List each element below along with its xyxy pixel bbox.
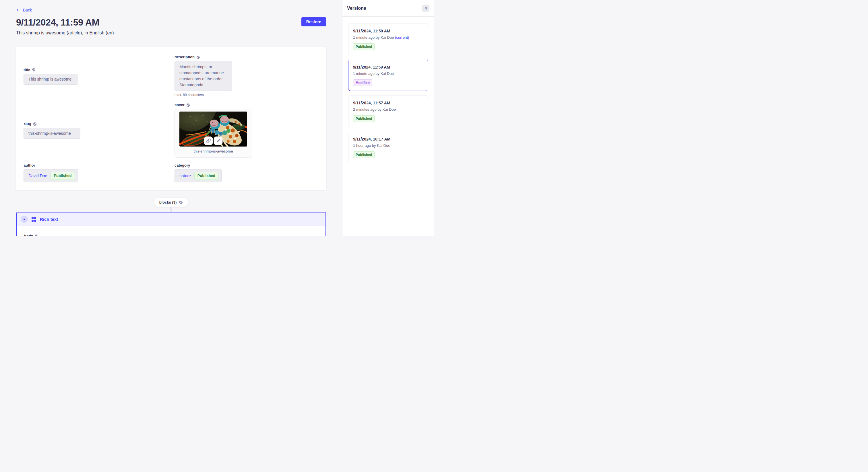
category-link[interactable]: nature (179, 173, 191, 178)
version-status-badge: Published (353, 115, 375, 122)
blocks-pill-label: blocks (3) (159, 200, 177, 204)
versions-sidebar: Versions 4 9/11/2024, 11:59 AM 1 minute … (342, 0, 434, 236)
copy-link-button[interactable] (204, 136, 213, 145)
description-hint: max. 80 characters (175, 93, 319, 97)
version-byline: 1 minute ago by Kai Doe (353, 71, 424, 76)
field-title: title This shrimp is awesome (24, 67, 167, 85)
version-byline: 1 hour ago by Kai Doe (353, 143, 423, 148)
cover-filename: this-shrimp-is-awesome (179, 149, 247, 154)
field-author: author David Doe Published (24, 163, 167, 182)
globe-icon (32, 68, 36, 72)
category-status-badge: Published (194, 172, 218, 180)
author-label: author (24, 163, 35, 168)
field-slug: slug this-shrimp-is-awesome (24, 122, 167, 139)
title-label: title (24, 67, 30, 72)
globe-icon (179, 200, 183, 204)
globe-icon (33, 122, 37, 126)
page-title: 9/11/2024, 11:59 AM (16, 16, 99, 28)
field-cover: cover (175, 102, 319, 158)
slug-input: this-shrimp-is-awesome (24, 128, 81, 139)
author-status-badge: Published (51, 172, 74, 180)
version-status-badge: Modified (353, 79, 372, 86)
cover-image (179, 111, 247, 146)
version-card[interactable]: 9/11/2024, 11:59 AM 1 minute ago by Kai … (348, 24, 428, 55)
history-view-screen: Back 9/11/2024, 11:59 AM Restore This sh… (0, 0, 434, 236)
pencil-icon (216, 138, 220, 143)
block-connector-line (170, 207, 172, 212)
description-label: description (175, 55, 195, 60)
version-card[interactable]: 9/11/2024, 10:17 AM 1 hour ago by Kai Do… (348, 132, 428, 163)
header-row: 9/11/2024, 11:59 AM Restore (16, 16, 326, 28)
main-content: Back 9/11/2024, 11:59 AM Restore This sh… (0, 0, 342, 236)
blocks-field-wrap: blocks (3) (16, 198, 326, 212)
version-card[interactable]: 9/11/2024, 11:59 AM 1 minute ago by Kai … (348, 60, 428, 91)
page-subtitle: This shrimp is awesome (article), in Eng… (16, 30, 326, 36)
version-date: 9/11/2024, 11:57 AM (353, 100, 423, 105)
version-card[interactable]: 9/11/2024, 11:57 AM 2 minutes ago by Kai… (348, 96, 428, 127)
caret-up-icon (23, 218, 26, 220)
author-link[interactable]: David Doe (28, 173, 47, 178)
cover-action-buttons (204, 136, 223, 145)
version-current-label: (current) (395, 35, 409, 40)
description-textarea: Mantis shrimps, or stomatopods, are mari… (175, 61, 232, 91)
arrow-left-icon (16, 8, 21, 12)
version-byline: 2 minutes ago by Kai Doe (353, 107, 423, 112)
body-label: body (24, 233, 33, 236)
rich-text-block-body: body (17, 226, 326, 236)
version-date: 9/11/2024, 10:17 AM (353, 136, 423, 142)
version-status-badge: Published (353, 43, 375, 50)
edit-asset-button[interactable] (214, 136, 223, 145)
cover-label: cover (175, 102, 185, 107)
back-link[interactable]: Back (16, 8, 32, 12)
back-label: Back (23, 8, 32, 12)
version-date: 9/11/2024, 11:59 AM (353, 28, 423, 34)
versions-count-badge: 4 (422, 5, 429, 12)
field-description: description Mantis shrimps, or stomatopo… (175, 55, 319, 97)
rich-text-block-title: Rich text (40, 217, 58, 222)
form-grid: title This shrimp is awesome description… (24, 55, 319, 182)
restore-button[interactable]: Restore (301, 17, 326, 26)
version-date: 9/11/2024, 11:59 AM (353, 65, 424, 70)
globe-icon (35, 234, 38, 236)
title-input: This shrimp is awesome (24, 74, 78, 85)
versions-title: Versions (347, 5, 366, 12)
rich-text-block-header[interactable]: Rich text (17, 212, 326, 226)
version-byline: 1 minute ago by Kai Doe (current) (353, 35, 423, 40)
cover-asset-card: this-shrimp-is-awesome (175, 109, 252, 158)
version-form-card: title This shrimp is awesome description… (16, 47, 326, 190)
author-relation-box: David Doe Published (24, 169, 78, 182)
component-grid-icon (32, 217, 36, 222)
slug-label: slug (24, 122, 31, 127)
version-list: 9/11/2024, 11:59 AM 1 minute ago by Kai … (342, 16, 434, 168)
category-relation-box: nature Published (175, 169, 222, 182)
blocks-field-pill: blocks (3) (154, 198, 188, 207)
version-status-badge: Published (353, 151, 375, 158)
category-label: category (175, 163, 190, 168)
collapse-toggle-button[interactable] (21, 216, 28, 223)
globe-icon (196, 55, 200, 59)
globe-icon (186, 103, 190, 107)
versions-header: Versions 4 (342, 0, 434, 16)
field-category: category nature Published (175, 163, 319, 182)
rich-text-block: Rich text body (16, 212, 326, 236)
link-icon (206, 138, 211, 143)
